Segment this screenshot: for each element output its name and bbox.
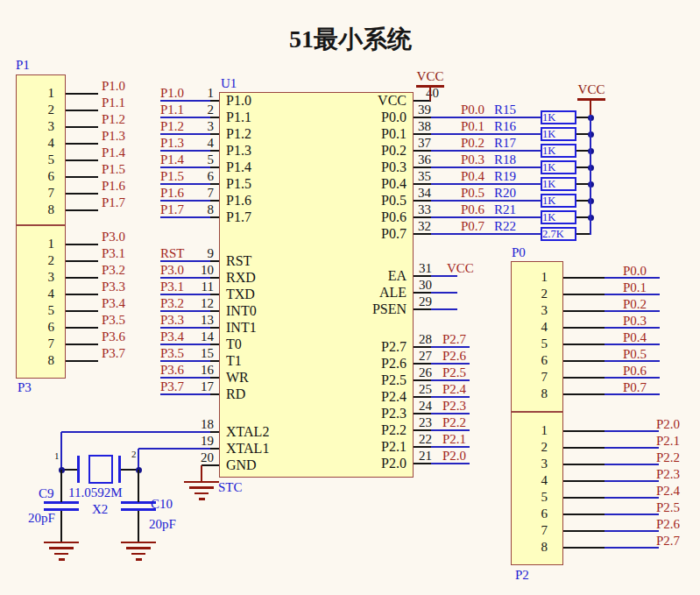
- wire: [605, 514, 659, 515]
- wire: [605, 430, 659, 432]
- connector-P2-pin-number: 3: [521, 457, 548, 471]
- net-label-P3.1: P3.1: [160, 280, 184, 294]
- wire: [431, 346, 470, 348]
- wire: [605, 464, 659, 465]
- vcc-stem: [429, 88, 431, 101]
- pin-stub: [210, 117, 219, 118]
- chip-pin-name-RST: RST: [226, 253, 251, 269]
- pin-stub: [563, 393, 605, 395]
- pin-stub: [66, 193, 98, 195]
- connector-P0-pin-number: 8: [521, 386, 548, 401]
- net-label-P1.7: P1.7: [160, 202, 184, 217]
- connector-P3-pin-number: 6: [26, 320, 54, 335]
- pin-stub: [210, 277, 219, 279]
- wire: [160, 344, 210, 345]
- pin-stub: [66, 327, 98, 329]
- connector-p1-designator: P1: [16, 58, 30, 73]
- cap-c9-lead-bottom: [60, 511, 62, 542]
- pin-stub: [66, 143, 98, 145]
- pin-stub: [414, 117, 431, 118]
- pin-stub: [66, 260, 98, 262]
- pin-stub: [66, 159, 98, 161]
- net-label-P3.2: P3.2: [102, 263, 125, 278]
- chip-pin-name-P2.4: P2.4: [319, 389, 407, 405]
- pin-stub: [414, 308, 431, 310]
- crystal-pin2-number: 2: [131, 449, 137, 459]
- connector-P3-pin-number: 3: [26, 270, 54, 285]
- connector-P0-pin-number: 2: [521, 287, 548, 301]
- pin-stub: [414, 200, 431, 202]
- designator-R15: R15: [494, 103, 516, 117]
- wire: [160, 150, 210, 152]
- wire: [431, 308, 457, 310]
- pin-stub: [414, 346, 431, 348]
- net-label-P1.3: P1.3: [160, 136, 184, 151]
- crystal-plate-left[interactable]: [77, 456, 80, 483]
- net-label-P3.5: P3.5: [160, 346, 184, 361]
- chip-pin-number: 35: [418, 169, 431, 184]
- pin-stub: [563, 310, 605, 312]
- chip-pin-name-P1.5: P1.5: [226, 176, 251, 192]
- designator-R21: R21: [494, 202, 516, 217]
- pin-stub: [414, 379, 431, 381]
- resistor-value-R21: 1K: [542, 211, 555, 224]
- capacitor-c10-designator: C10: [151, 497, 173, 512]
- net-label-P0.5: P0.5: [461, 186, 484, 201]
- chip-pin-name-P1.6: P1.6: [226, 193, 251, 209]
- chip-pin-name-ALE: ALE: [319, 285, 407, 301]
- chip-pin-name-PSEN: PSEN: [319, 301, 407, 317]
- schematic-title: 51最小系统: [245, 23, 456, 56]
- pin-stub: [563, 327, 605, 329]
- wire: [431, 233, 541, 235]
- net-label-P0.1: P0.1: [461, 119, 484, 134]
- wire: [431, 216, 541, 218]
- resistor-value-R22: 2.7K: [542, 228, 564, 241]
- pin-stub: [414, 363, 431, 365]
- wire: [160, 200, 210, 202]
- net-label-P0.4: P0.4: [461, 169, 484, 184]
- wire: [160, 166, 210, 168]
- capacitor-c10-value: 20pF: [149, 517, 176, 532]
- pin-stub-gnd: [202, 464, 219, 466]
- pin-stub: [414, 133, 431, 135]
- net-label-P2.5: P2.5: [442, 365, 466, 380]
- pin-stub: [563, 547, 605, 549]
- net-label-P0.5: P0.5: [623, 347, 647, 362]
- wire: [160, 100, 210, 102]
- chip-pin-number: 31: [419, 261, 432, 276]
- net-label-P1.1: P1.1: [102, 96, 125, 110]
- pin-stub: [66, 209, 98, 211]
- pin-stub: [210, 377, 219, 379]
- net-label-P2.0: P2.0: [442, 449, 466, 464]
- connector-P3-pin-number: 5: [26, 303, 54, 318]
- wire: [160, 294, 210, 295]
- chip-pin-number: 32: [418, 219, 431, 234]
- pin-stub: [66, 110, 98, 111]
- chip-pin-number: 28: [419, 332, 432, 347]
- crystal-body[interactable]: [88, 455, 113, 484]
- wire: [160, 260, 210, 262]
- wire: [431, 133, 541, 135]
- connector-P1-pin-number: 4: [26, 136, 54, 151]
- chip-pin-name-T0: T0: [226, 336, 242, 352]
- pin-stub: [414, 446, 431, 448]
- chip-pin-name-P1.1: P1.1: [226, 110, 251, 125]
- pin-stub: [414, 463, 431, 464]
- wire: [160, 133, 210, 135]
- designator-R19: R19: [494, 169, 516, 184]
- vcc-bus: [590, 115, 591, 235]
- net-label-P2.7: P2.7: [442, 332, 466, 347]
- ground-symbol-gnd-bar: [194, 492, 209, 495]
- resistor-value-R20: 1K: [542, 195, 555, 208]
- wire: [431, 379, 470, 381]
- pin-stub: [414, 275, 431, 277]
- net-label-P0.7: P0.7: [461, 219, 484, 234]
- net-label-P1.2: P1.2: [102, 112, 125, 127]
- pin-stub: [210, 166, 219, 168]
- wire: [431, 275, 457, 277]
- chip-pin-name-P0.0: P0.0: [319, 110, 407, 125]
- net-label-P3.5: P3.5: [102, 313, 125, 328]
- ground-symbol-c10-bar: [126, 547, 151, 549]
- net-label-P3.3: P3.3: [102, 280, 125, 294]
- chip-pin-name-TXD: TXD: [226, 287, 255, 302]
